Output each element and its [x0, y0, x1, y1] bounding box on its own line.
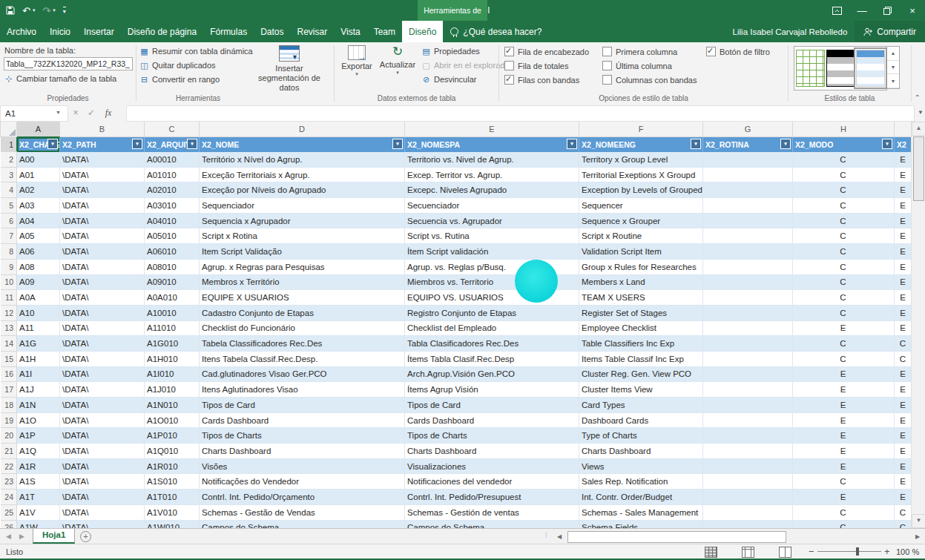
hscroll-right-icon[interactable]: ▶ [912, 532, 923, 541]
cell[interactable]: Dashboard Cards [579, 412, 703, 428]
cell[interactable]: E [895, 366, 912, 382]
cell[interactable]: A1Q010 [145, 444, 200, 459]
cell[interactable]: Tipos de Card [200, 398, 405, 413]
export-button[interactable]: Exportar ▾ [338, 45, 376, 77]
row-number-21[interactable]: 21 [1, 444, 17, 459]
cell[interactable]: C [895, 504, 912, 520]
cell[interactable]: E [793, 412, 895, 428]
cell[interactable]: E [793, 320, 895, 336]
row-number-19[interactable]: 19 [1, 412, 17, 428]
restore-button[interactable] [875, 0, 900, 21]
cell[interactable]: Cad.glutinadores Visao Ger.PCO [200, 366, 405, 382]
cell[interactable]: \DATA\ [60, 320, 145, 336]
cell[interactable]: A1V010 [145, 504, 200, 520]
close-button[interactable]: × [900, 0, 925, 21]
cell[interactable]: Tabela Classificadores Rec.Des [200, 336, 405, 352]
cell[interactable]: Cadastro Conjunto de Etapas [200, 305, 405, 320]
cell[interactable] [703, 244, 793, 260]
cell[interactable]: Charts Dashboard [200, 444, 405, 459]
cell[interactable]: \DATA\ [60, 366, 145, 382]
cell[interactable]: A05 [17, 228, 60, 244]
cell[interactable]: A1O010 [145, 412, 200, 428]
cell[interactable] [703, 351, 793, 366]
cell[interactable]: A1H [17, 351, 60, 366]
cell[interactable]: \DATA\ [60, 213, 145, 228]
cell[interactable]: Members x Land [579, 274, 703, 290]
cell[interactable]: C [793, 213, 895, 228]
cell[interactable]: Registro Conjunto de Etapas [405, 305, 579, 320]
cell[interactable]: A05010 [145, 228, 200, 244]
cell[interactable]: A11010 [145, 320, 200, 336]
cell[interactable]: E [793, 382, 895, 398]
cell[interactable]: A1S010 [145, 474, 200, 490]
cell[interactable]: A1J [17, 382, 60, 398]
cell[interactable]: E [895, 198, 912, 214]
cell[interactable]: \DATA\ [60, 152, 145, 168]
row-number-26[interactable]: 26 [1, 520, 17, 528]
checkbox-primera-columna[interactable]: Primera columna [602, 47, 697, 56]
cell[interactable] [703, 198, 793, 214]
cell[interactable]: A00010 [145, 152, 200, 168]
cell[interactable] [703, 412, 793, 428]
cell[interactable]: Sequenciador [200, 198, 405, 214]
cell[interactable] [703, 490, 793, 505]
cell[interactable]: EQUIPE X USUARIOS [200, 290, 405, 306]
sheet-tab-hoja1[interactable]: Hoja1 [33, 529, 75, 544]
unchecked-checkbox-icon[interactable] [602, 61, 612, 70]
zoom-level[interactable]: 100 % [896, 544, 919, 559]
cell[interactable]: C [895, 520, 912, 528]
cell[interactable]: A1W [17, 520, 60, 528]
cell[interactable]: E [793, 398, 895, 413]
column-header-clipped[interactable] [895, 122, 912, 137]
cell[interactable]: \DATA\ [60, 167, 145, 182]
row-number-6[interactable]: 6 [1, 213, 17, 228]
checked-checkbox-icon[interactable] [706, 47, 716, 56]
table-style-thumb-black[interactable] [826, 50, 855, 87]
row-number-10[interactable]: 10 [1, 274, 17, 290]
cell[interactable]: Schemas - Gestão de Vendas [200, 504, 405, 520]
row-number-22[interactable]: 22 [1, 458, 17, 474]
cell[interactable]: A1I [17, 366, 60, 382]
cell[interactable]: C [793, 305, 895, 320]
cell[interactable]: C [895, 351, 912, 366]
cell[interactable]: Tabla Clasificadores Rec.Des [405, 336, 579, 352]
cell[interactable]: A1R [17, 458, 60, 474]
cell[interactable]: A08010 [145, 259, 200, 274]
cell[interactable]: \DATA\ [60, 474, 145, 490]
cell[interactable]: Visões [200, 458, 405, 474]
cell[interactable]: E [895, 382, 912, 398]
tab-inicio[interactable]: Inicio [43, 21, 77, 42]
cell[interactable]: A06 [17, 244, 60, 260]
cell[interactable]: Checklist del Empleado [405, 320, 579, 336]
cell[interactable]: Validation Script Item [579, 244, 703, 260]
column-header-D[interactable]: D [200, 122, 405, 137]
cell[interactable]: Territory x Group Level [579, 152, 703, 168]
cell[interactable]: A1T010 [145, 490, 200, 505]
cell[interactable]: A01010 [145, 167, 200, 182]
table-header-cell-x2_nome[interactable]: X2_NOME▾ [200, 137, 405, 152]
row-number-16[interactable]: 16 [1, 366, 17, 382]
cell[interactable]: E [895, 412, 912, 428]
filter-button-icon[interactable]: ▾ [882, 139, 892, 149]
cell[interactable]: Sequence x Grouper [579, 213, 703, 228]
cell[interactable]: A1W010 [145, 520, 200, 528]
cell[interactable]: A1P010 [145, 428, 200, 444]
filter-button-icon[interactable]: ▾ [47, 139, 58, 149]
cell[interactable]: \DATA\ [60, 274, 145, 290]
table-header-cell-x2_path[interactable]: X2_PATH▾ [60, 137, 145, 152]
cell[interactable]: \DATA\ [60, 198, 145, 214]
cell[interactable]: \DATA\ [60, 182, 145, 198]
tab-archivo[interactable]: Archivo [0, 21, 43, 42]
tab-vista[interactable]: Vista [334, 21, 366, 42]
cell[interactable]: A1R010 [145, 458, 200, 474]
scroll-up-icon[interactable]: ▲ [912, 122, 925, 136]
row-number-24[interactable]: 24 [1, 490, 17, 505]
cell[interactable]: C [793, 244, 895, 260]
cell[interactable]: Secuencia vs. Agrupador [405, 213, 579, 228]
cell[interactable]: C [793, 520, 895, 528]
cell[interactable]: \DATA\ [60, 290, 145, 306]
row-number-9[interactable]: 9 [1, 259, 17, 274]
cell[interactable]: \DATA\ [60, 259, 145, 274]
cell[interactable]: C [793, 474, 895, 490]
row-number-15[interactable]: 15 [1, 351, 17, 366]
